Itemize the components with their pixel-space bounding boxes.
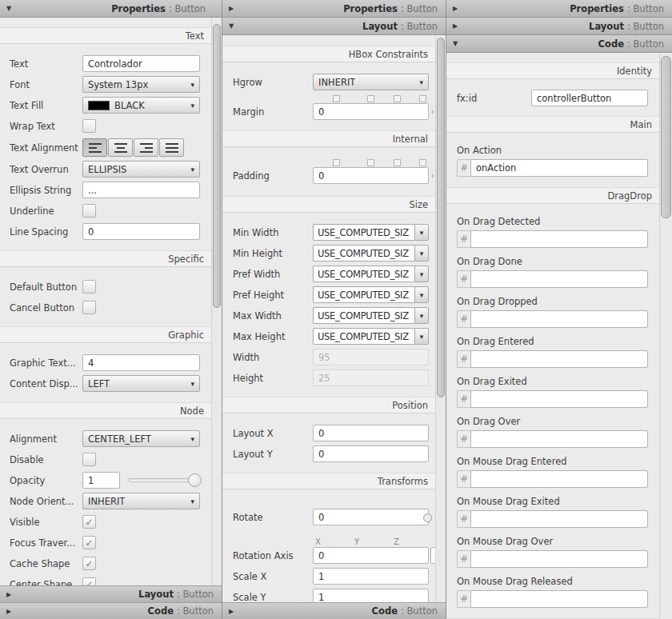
- hgrow-dropdown[interactable]: INHERIT▾: [313, 74, 429, 90]
- on-drag-detected-input[interactable]: [470, 230, 648, 248]
- alignment-dropdown[interactable]: CENTER_LEFT▾: [82, 430, 200, 447]
- layout-x-input[interactable]: [313, 425, 429, 441]
- dropdown-arrow-icon: ▾: [190, 81, 194, 89]
- accordion-header-properties-collapsed[interactable]: ▶ Properties: Button: [222, 0, 446, 18]
- on-mouse-drag-over-input[interactable]: [470, 550, 648, 568]
- accordion-header-properties-collapsed[interactable]: ▶ Properties: Button: [446, 0, 672, 18]
- opacity-input[interactable]: [82, 472, 120, 489]
- scrollbar-thumb[interactable]: [437, 38, 445, 397]
- scale-x-input[interactable]: [313, 568, 429, 585]
- on-drag-exited-row: On Drag Exited #: [446, 376, 659, 408]
- on-mouse-drag-exited-row: On Mouse Drag Exited #: [446, 496, 659, 528]
- opacity-slider[interactable]: [128, 473, 202, 487]
- accordion-header-code-collapsed[interactable]: ▶ Code: Button: [0, 602, 222, 619]
- padding-link-checkbox[interactable]: [419, 159, 426, 166]
- accordion-header-code-collapsed[interactable]: ▶ Code: Button: [222, 602, 446, 619]
- dropdown-arrow-icon: ▾: [419, 78, 423, 86]
- on-mouse-drag-released-input[interactable]: [470, 590, 648, 608]
- align-right-button[interactable]: [134, 138, 158, 157]
- margin-link-checkbox[interactable]: [367, 95, 374, 102]
- focus-traversable-checkbox[interactable]: ✓: [82, 536, 96, 549]
- align-center-button[interactable]: [108, 138, 133, 157]
- focus-traversable-label: Focus Traver...: [10, 537, 82, 549]
- on-drag-dropped-input[interactable]: [470, 310, 648, 328]
- wrap-text-checkbox[interactable]: ✓: [82, 119, 96, 133]
- pref-height-dropdown-button[interactable]: ▾: [414, 286, 429, 303]
- on-drag-over-input[interactable]: [470, 430, 648, 448]
- scale-y-input[interactable]: [313, 589, 429, 602]
- pref-width-dropdown-button[interactable]: ▾: [414, 266, 429, 282]
- opacity-slider-thumb[interactable]: [188, 473, 202, 487]
- min-width-input[interactable]: USE_COMPUTED_SIZ: [313, 224, 414, 241]
- on-drag-done-input[interactable]: [470, 270, 648, 288]
- triangle-right-icon: ▶: [453, 5, 464, 12]
- max-height-dropdown-button[interactable]: ▾: [414, 328, 429, 345]
- accordion-header-code[interactable]: ▼ Code: Button: [446, 35, 672, 53]
- scrollbar-thumb[interactable]: [661, 56, 671, 218]
- margin-top-input[interactable]: [313, 103, 429, 120]
- text-input[interactable]: [82, 55, 200, 72]
- scrollbar[interactable]: [211, 18, 222, 585]
- margin-link-checkbox[interactable]: [419, 95, 426, 102]
- section-header-position: Position: [222, 397, 435, 413]
- rotation-axis-x-input[interactable]: [313, 547, 429, 564]
- fxid-input[interactable]: [531, 90, 648, 106]
- max-width-dropdown-button[interactable]: ▾: [414, 307, 429, 324]
- min-width-dropdown-button[interactable]: ▾: [414, 224, 429, 241]
- scrollbar[interactable]: [435, 35, 446, 602]
- padding-link-checkbox[interactable]: [394, 159, 401, 166]
- pref-width-input[interactable]: USE_COMPUTED_SIZ: [313, 266, 414, 282]
- accordion-header-properties[interactable]: ▼ Properties: Button: [0, 0, 222, 18]
- on-drag-entered-input[interactable]: [470, 350, 648, 368]
- max-width-input[interactable]: USE_COMPUTED_SIZ: [313, 307, 414, 324]
- accordion-header-label: Code: Button: [148, 605, 214, 617]
- scrollbar-thumb[interactable]: [213, 24, 221, 308]
- hash-prefix: #: [457, 430, 470, 448]
- font-dropdown[interactable]: System 13px▾: [82, 76, 200, 93]
- visible-checkbox[interactable]: ✓: [82, 515, 96, 529]
- wrap-text-label: Wrap Text: [10, 121, 82, 132]
- width-row: Width: [222, 349, 435, 365]
- on-drag-exited-input[interactable]: [470, 390, 648, 408]
- on-mouse-drag-exited-input[interactable]: [470, 510, 648, 528]
- on-action-input[interactable]: [470, 159, 648, 177]
- center-shape-checkbox[interactable]: ✓: [82, 577, 96, 585]
- cancel-button-checkbox[interactable]: ✓: [82, 301, 96, 314]
- accordion-header-layout-collapsed[interactable]: ▶ Layout: Button: [446, 18, 672, 35]
- scale-y-row: Scale Y: [222, 589, 435, 602]
- disable-checkbox[interactable]: ✓: [82, 453, 96, 466]
- underline-checkbox[interactable]: ✓: [82, 204, 96, 218]
- margin-link-checkbox[interactable]: [394, 95, 401, 102]
- cache-shape-checkbox[interactable]: ✓: [82, 557, 96, 570]
- min-height-input[interactable]: USE_COMPUTED_SIZ: [313, 245, 414, 262]
- default-button-checkbox[interactable]: ✓: [82, 280, 96, 294]
- max-height-input[interactable]: USE_COMPUTED_SIZ: [313, 328, 414, 345]
- layout-y-input[interactable]: [313, 445, 429, 462]
- padding-link-checkbox[interactable]: [367, 159, 374, 166]
- section-header-identity: Identity: [446, 62, 659, 79]
- rotate-row: Rotate: [222, 499, 435, 535]
- section-header-hbox-constraints: HBox Constraints: [222, 46, 435, 62]
- rotate-input[interactable]: [313, 509, 429, 525]
- scrollbar[interactable]: [659, 53, 672, 619]
- padding-top-input[interactable]: [313, 167, 429, 184]
- line-spacing-label: Line Spacing: [10, 226, 82, 238]
- padding-link-checkbox[interactable]: [333, 159, 340, 166]
- pref-height-input[interactable]: USE_COMPUTED_SIZ: [313, 286, 414, 303]
- line-spacing-input[interactable]: [82, 223, 200, 240]
- content-display-dropdown[interactable]: LEFT▾: [82, 375, 200, 392]
- accordion-header-layout-collapsed[interactable]: ▶ Layout: Button: [0, 585, 222, 602]
- align-left-button[interactable]: [82, 138, 107, 157]
- ellipsis-string-input[interactable]: [82, 182, 200, 198]
- height-label: Height: [233, 373, 313, 384]
- text-overrun-dropdown[interactable]: ELLIPSIS▾: [82, 161, 200, 178]
- min-height-dropdown-button[interactable]: ▾: [414, 245, 429, 262]
- node-orientation-dropdown[interactable]: INHERIT▾: [82, 493, 200, 509]
- align-justify-button[interactable]: [159, 138, 184, 157]
- margin-link-checkbox[interactable]: [333, 95, 340, 102]
- text-fill-dropdown[interactable]: BLACK▾: [82, 97, 200, 114]
- graphic-text-input[interactable]: [82, 354, 200, 371]
- accordion-header-layout[interactable]: ▼ Layout: Button: [222, 18, 446, 35]
- section-header-size: Size: [222, 196, 435, 213]
- on-mouse-drag-entered-input[interactable]: [470, 470, 648, 488]
